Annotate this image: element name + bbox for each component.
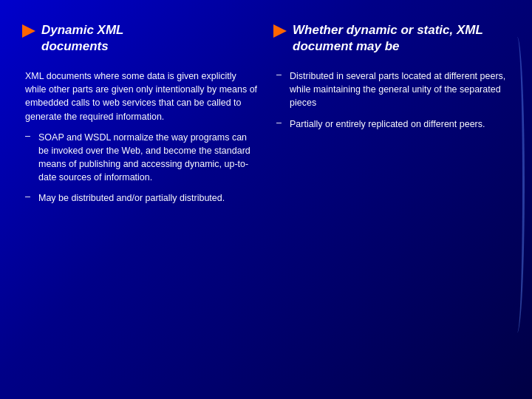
left-list-text-1: SOAP and WSDL normalize the way programs… xyxy=(38,131,259,185)
right-dash-2: – xyxy=(276,117,285,128)
right-list-text-2: Partially or entirely replicated on diff… xyxy=(290,117,485,131)
right-list-text-1: Distributed in several parts located at … xyxy=(290,69,510,109)
right-column: Whether dynamic or static, XML document … xyxy=(273,22,510,384)
right-dash-1: – xyxy=(276,69,285,80)
left-list-item-1: – SOAP and WSDL normalize the way progra… xyxy=(25,131,259,185)
slide: Dynamic XML documents XML documents wher… xyxy=(0,0,532,399)
right-bullet-icon xyxy=(273,24,287,38)
right-header: Whether dynamic or static, XML document … xyxy=(273,22,510,55)
left-list-item-2: – May be distributed and/or partially di… xyxy=(25,191,259,205)
left-dash-1: – xyxy=(25,131,34,141)
left-column: Dynamic XML documents XML documents wher… xyxy=(22,22,259,384)
right-content: – Distributed in several parts located a… xyxy=(276,69,510,131)
left-bullet-icon xyxy=(22,24,35,38)
left-list-text-2: May be distributed and/or partially dist… xyxy=(38,191,225,205)
right-list-item-2: – Partially or entirely replicated on di… xyxy=(276,117,510,131)
right-list-item-1: – Distributed in several parts located a… xyxy=(276,69,510,109)
left-dash-2: – xyxy=(25,191,34,202)
left-intro-text: XML documents where some data is given e… xyxy=(25,69,259,123)
left-content: XML documents where some data is given e… xyxy=(25,69,259,205)
right-title: Whether dynamic or static, XML document … xyxy=(293,22,510,55)
decorative-line xyxy=(510,37,525,332)
left-header: Dynamic XML documents xyxy=(22,22,259,55)
left-title: Dynamic XML documents xyxy=(41,22,123,55)
